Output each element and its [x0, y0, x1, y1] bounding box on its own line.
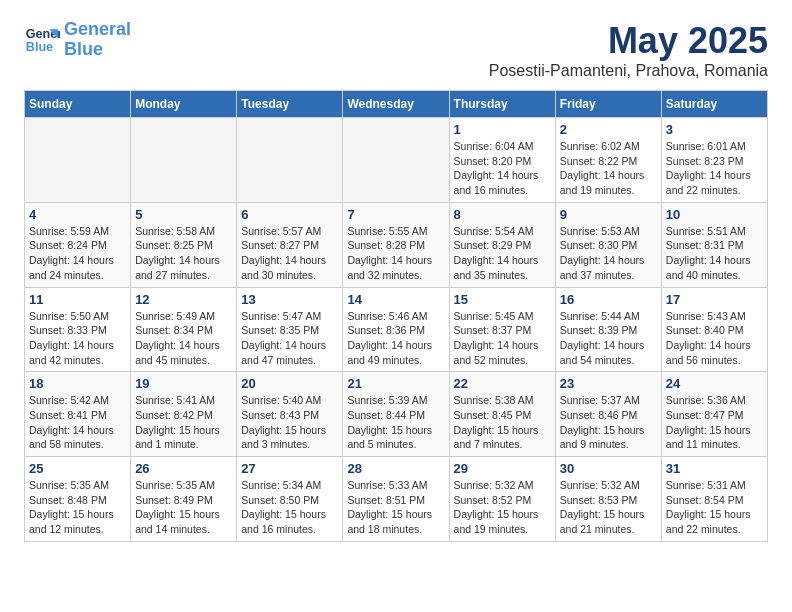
day-number: 29	[454, 461, 551, 476]
day-info: Sunrise: 5:45 AM Sunset: 8:37 PM Dayligh…	[454, 309, 551, 368]
day-info: Sunrise: 5:57 AM Sunset: 8:27 PM Dayligh…	[241, 224, 338, 283]
logo-icon: General Blue	[24, 22, 60, 58]
day-info: Sunrise: 5:31 AM Sunset: 8:54 PM Dayligh…	[666, 478, 763, 537]
calendar-cell: 14Sunrise: 5:46 AM Sunset: 8:36 PM Dayli…	[343, 287, 449, 372]
calendar-cell	[343, 118, 449, 203]
day-number: 17	[666, 292, 763, 307]
day-info: Sunrise: 5:32 AM Sunset: 8:53 PM Dayligh…	[560, 478, 657, 537]
day-number: 12	[135, 292, 232, 307]
day-number: 10	[666, 207, 763, 222]
calendar-cell: 4Sunrise: 5:59 AM Sunset: 8:24 PM Daylig…	[25, 202, 131, 287]
day-number: 25	[29, 461, 126, 476]
calendar-cell: 22Sunrise: 5:38 AM Sunset: 8:45 PM Dayli…	[449, 372, 555, 457]
calendar-cell	[25, 118, 131, 203]
day-info: Sunrise: 5:59 AM Sunset: 8:24 PM Dayligh…	[29, 224, 126, 283]
day-number: 19	[135, 376, 232, 391]
day-number: 23	[560, 376, 657, 391]
col-header-thursday: Thursday	[449, 91, 555, 118]
day-info: Sunrise: 5:53 AM Sunset: 8:30 PM Dayligh…	[560, 224, 657, 283]
day-info: Sunrise: 5:43 AM Sunset: 8:40 PM Dayligh…	[666, 309, 763, 368]
main-title: May 2025	[489, 20, 768, 62]
day-info: Sunrise: 5:54 AM Sunset: 8:29 PM Dayligh…	[454, 224, 551, 283]
day-info: Sunrise: 5:41 AM Sunset: 8:42 PM Dayligh…	[135, 393, 232, 452]
calendar-cell: 27Sunrise: 5:34 AM Sunset: 8:50 PM Dayli…	[237, 457, 343, 542]
calendar-cell	[237, 118, 343, 203]
day-number: 18	[29, 376, 126, 391]
calendar-cell: 3Sunrise: 6:01 AM Sunset: 8:23 PM Daylig…	[661, 118, 767, 203]
calendar-cell: 31Sunrise: 5:31 AM Sunset: 8:54 PM Dayli…	[661, 457, 767, 542]
day-info: Sunrise: 5:39 AM Sunset: 8:44 PM Dayligh…	[347, 393, 444, 452]
day-info: Sunrise: 5:51 AM Sunset: 8:31 PM Dayligh…	[666, 224, 763, 283]
calendar-week-2: 4Sunrise: 5:59 AM Sunset: 8:24 PM Daylig…	[25, 202, 768, 287]
calendar-cell: 5Sunrise: 5:58 AM Sunset: 8:25 PM Daylig…	[131, 202, 237, 287]
calendar-cell	[131, 118, 237, 203]
calendar-cell: 6Sunrise: 5:57 AM Sunset: 8:27 PM Daylig…	[237, 202, 343, 287]
day-number: 14	[347, 292, 444, 307]
day-info: Sunrise: 5:47 AM Sunset: 8:35 PM Dayligh…	[241, 309, 338, 368]
calendar-week-5: 25Sunrise: 5:35 AM Sunset: 8:48 PM Dayli…	[25, 457, 768, 542]
day-number: 5	[135, 207, 232, 222]
day-number: 31	[666, 461, 763, 476]
title-section: May 2025 Posestii-Pamanteni, Prahova, Ro…	[489, 20, 768, 80]
day-number: 26	[135, 461, 232, 476]
day-info: Sunrise: 5:40 AM Sunset: 8:43 PM Dayligh…	[241, 393, 338, 452]
day-number: 30	[560, 461, 657, 476]
day-number: 9	[560, 207, 657, 222]
day-number: 28	[347, 461, 444, 476]
day-info: Sunrise: 6:02 AM Sunset: 8:22 PM Dayligh…	[560, 139, 657, 198]
day-info: Sunrise: 5:35 AM Sunset: 8:48 PM Dayligh…	[29, 478, 126, 537]
col-header-wednesday: Wednesday	[343, 91, 449, 118]
day-number: 15	[454, 292, 551, 307]
calendar-cell: 16Sunrise: 5:44 AM Sunset: 8:39 PM Dayli…	[555, 287, 661, 372]
logo-text: GeneralBlue	[64, 20, 131, 60]
day-number: 1	[454, 122, 551, 137]
calendar: SundayMondayTuesdayWednesdayThursdayFrid…	[24, 90, 768, 542]
calendar-cell: 26Sunrise: 5:35 AM Sunset: 8:49 PM Dayli…	[131, 457, 237, 542]
day-number: 13	[241, 292, 338, 307]
calendar-cell: 15Sunrise: 5:45 AM Sunset: 8:37 PM Dayli…	[449, 287, 555, 372]
logo: General Blue GeneralBlue	[24, 20, 131, 60]
calendar-cell: 7Sunrise: 5:55 AM Sunset: 8:28 PM Daylig…	[343, 202, 449, 287]
day-info: Sunrise: 5:55 AM Sunset: 8:28 PM Dayligh…	[347, 224, 444, 283]
day-info: Sunrise: 5:42 AM Sunset: 8:41 PM Dayligh…	[29, 393, 126, 452]
day-number: 3	[666, 122, 763, 137]
day-info: Sunrise: 6:01 AM Sunset: 8:23 PM Dayligh…	[666, 139, 763, 198]
day-info: Sunrise: 5:38 AM Sunset: 8:45 PM Dayligh…	[454, 393, 551, 452]
day-info: Sunrise: 6:04 AM Sunset: 8:20 PM Dayligh…	[454, 139, 551, 198]
day-number: 4	[29, 207, 126, 222]
day-info: Sunrise: 5:44 AM Sunset: 8:39 PM Dayligh…	[560, 309, 657, 368]
calendar-cell: 8Sunrise: 5:54 AM Sunset: 8:29 PM Daylig…	[449, 202, 555, 287]
day-info: Sunrise: 5:37 AM Sunset: 8:46 PM Dayligh…	[560, 393, 657, 452]
calendar-cell: 19Sunrise: 5:41 AM Sunset: 8:42 PM Dayli…	[131, 372, 237, 457]
day-number: 2	[560, 122, 657, 137]
subtitle: Posestii-Pamanteni, Prahova, Romania	[489, 62, 768, 80]
calendar-cell: 25Sunrise: 5:35 AM Sunset: 8:48 PM Dayli…	[25, 457, 131, 542]
day-info: Sunrise: 5:58 AM Sunset: 8:25 PM Dayligh…	[135, 224, 232, 283]
day-info: Sunrise: 5:35 AM Sunset: 8:49 PM Dayligh…	[135, 478, 232, 537]
calendar-cell: 30Sunrise: 5:32 AM Sunset: 8:53 PM Dayli…	[555, 457, 661, 542]
calendar-cell: 20Sunrise: 5:40 AM Sunset: 8:43 PM Dayli…	[237, 372, 343, 457]
day-number: 16	[560, 292, 657, 307]
day-number: 21	[347, 376, 444, 391]
svg-text:Blue: Blue	[26, 40, 53, 54]
col-header-saturday: Saturday	[661, 91, 767, 118]
day-number: 27	[241, 461, 338, 476]
day-number: 20	[241, 376, 338, 391]
calendar-header-row: SundayMondayTuesdayWednesdayThursdayFrid…	[25, 91, 768, 118]
calendar-body: 1Sunrise: 6:04 AM Sunset: 8:20 PM Daylig…	[25, 118, 768, 542]
calendar-cell: 11Sunrise: 5:50 AM Sunset: 8:33 PM Dayli…	[25, 287, 131, 372]
calendar-cell: 23Sunrise: 5:37 AM Sunset: 8:46 PM Dayli…	[555, 372, 661, 457]
day-number: 24	[666, 376, 763, 391]
day-info: Sunrise: 5:33 AM Sunset: 8:51 PM Dayligh…	[347, 478, 444, 537]
day-info: Sunrise: 5:32 AM Sunset: 8:52 PM Dayligh…	[454, 478, 551, 537]
day-info: Sunrise: 5:36 AM Sunset: 8:47 PM Dayligh…	[666, 393, 763, 452]
calendar-cell: 9Sunrise: 5:53 AM Sunset: 8:30 PM Daylig…	[555, 202, 661, 287]
calendar-cell: 17Sunrise: 5:43 AM Sunset: 8:40 PM Dayli…	[661, 287, 767, 372]
day-number: 7	[347, 207, 444, 222]
col-header-monday: Monday	[131, 91, 237, 118]
calendar-cell: 1Sunrise: 6:04 AM Sunset: 8:20 PM Daylig…	[449, 118, 555, 203]
day-info: Sunrise: 5:50 AM Sunset: 8:33 PM Dayligh…	[29, 309, 126, 368]
day-info: Sunrise: 5:34 AM Sunset: 8:50 PM Dayligh…	[241, 478, 338, 537]
calendar-week-1: 1Sunrise: 6:04 AM Sunset: 8:20 PM Daylig…	[25, 118, 768, 203]
calendar-cell: 10Sunrise: 5:51 AM Sunset: 8:31 PM Dayli…	[661, 202, 767, 287]
